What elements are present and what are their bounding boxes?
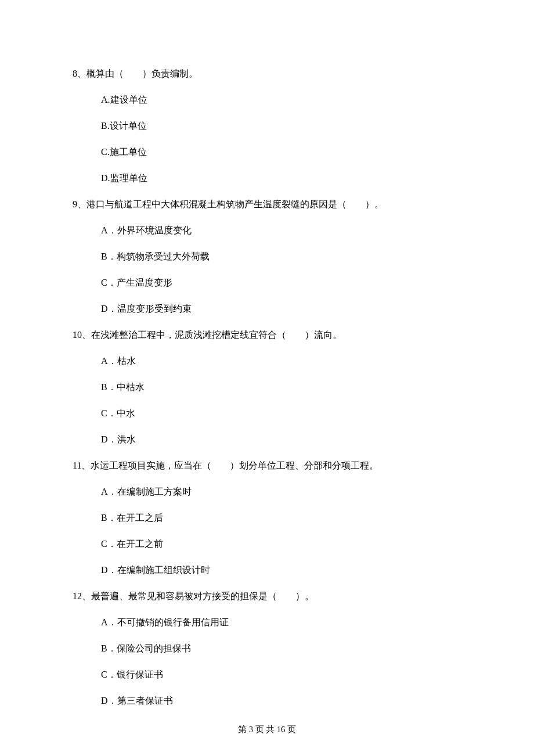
question-stem: 8、概算由（ ）负责编制。 (73, 67, 464, 81)
page-content: 8、概算由（ ）负责编制。 A.建设单位 B.设计单位 C.施工单位 D.监理单… (0, 0, 534, 708)
option-b: B．在开工之后 (73, 511, 464, 525)
option-a: A．在编制施工方案时 (73, 485, 464, 499)
option-d: D.监理单位 (73, 171, 464, 185)
option-b: B．中枯水 (73, 380, 464, 394)
question-stem: 11、水运工程项目实施，应当在（ ）划分单位工程、分部和分项工程。 (73, 459, 464, 473)
option-d: D．第三者保证书 (73, 694, 464, 708)
question-stem: 10、在浅滩整治工程中，泥质浅滩挖槽定线宜符合（ ）流向。 (73, 328, 464, 342)
option-a: A．不可撤销的银行备用信用证 (73, 615, 464, 629)
option-a: A．外界环境温度变化 (73, 224, 464, 237)
question-stem: 12、最普遍、最常见和容易被对方接受的担保是（ ）。 (73, 589, 464, 603)
page-footer: 第 3 页 共 16 页 (0, 724, 534, 735)
question-10: 10、在浅滩整治工程中，泥质浅滩挖槽定线宜符合（ ）流向。 A．枯水 B．中枯水… (73, 328, 464, 447)
question-12: 12、最普遍、最常见和容易被对方接受的担保是（ ）。 A．不可撤销的银行备用信用… (73, 589, 464, 708)
question-11: 11、水运工程项目实施，应当在（ ）划分单位工程、分部和分项工程。 A．在编制施… (73, 459, 464, 577)
option-a: A．枯水 (73, 354, 464, 368)
option-c: C．在开工之前 (73, 537, 464, 551)
option-d: D．在编制施工组织设计时 (73, 563, 464, 577)
question-8: 8、概算由（ ）负责编制。 A.建设单位 B.设计单位 C.施工单位 D.监理单… (73, 67, 464, 185)
option-a: A.建设单位 (73, 93, 464, 107)
option-b: B.设计单位 (73, 119, 464, 133)
option-c: C．中水 (73, 406, 464, 420)
option-d: D．洪水 (73, 433, 464, 447)
option-d: D．温度变形受到约束 (73, 302, 464, 316)
question-stem: 9、港口与航道工程中大体积混凝土构筑物产生温度裂缝的原因是（ ）。 (73, 197, 464, 211)
option-b: B．保险公司的担保书 (73, 642, 464, 656)
option-c: C．银行保证书 (73, 668, 464, 682)
option-b: B．构筑物承受过大外荷载 (73, 250, 464, 264)
question-9: 9、港口与航道工程中大体积混凝土构筑物产生温度裂缝的原因是（ ）。 A．外界环境… (73, 197, 464, 316)
option-c: C.施工单位 (73, 145, 464, 159)
option-c: C．产生温度变形 (73, 276, 464, 290)
